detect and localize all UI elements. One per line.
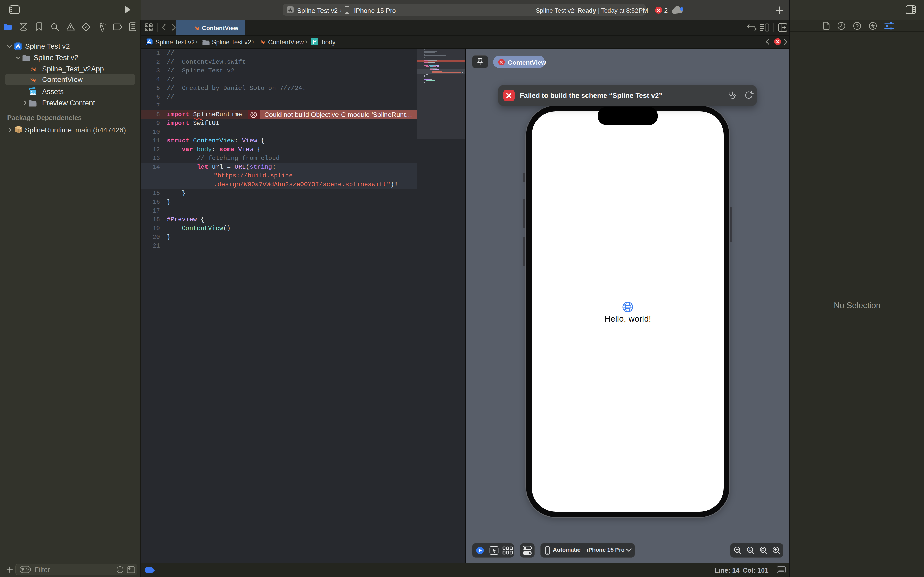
svg-text:1: 1 — [749, 548, 751, 552]
